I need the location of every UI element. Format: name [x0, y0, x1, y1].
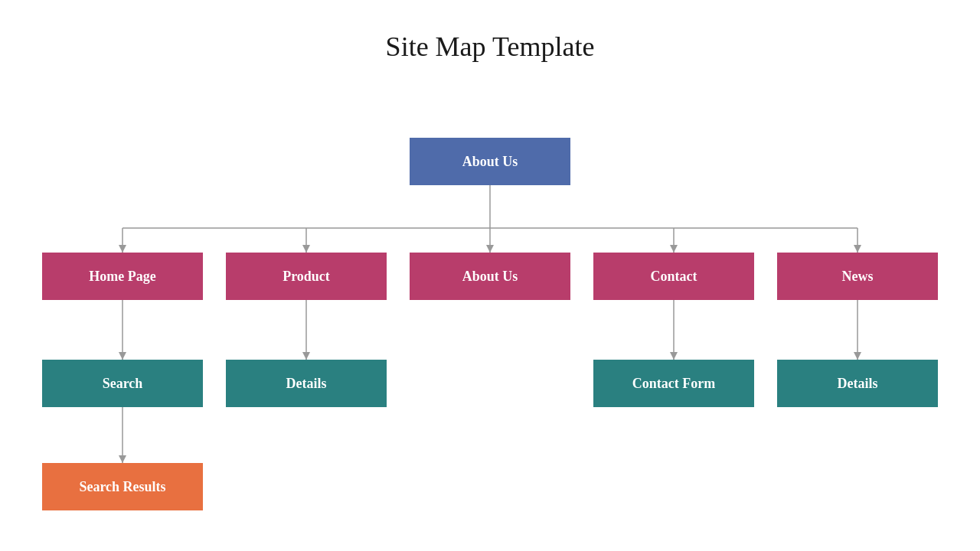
svg-marker-17 [670, 352, 678, 360]
node-contact-form: Contact Form [593, 360, 754, 407]
node-contact: Contact [593, 253, 754, 300]
node-root: About Us [410, 138, 570, 185]
page-title: Site Map Template [0, 0, 980, 70]
svg-marker-11 [854, 245, 861, 253]
svg-marker-19 [854, 352, 861, 360]
node-about-us: About Us [410, 253, 570, 300]
diagram-area: About Us Home Page Product About Us Cont… [0, 99, 980, 536]
diagram: About Us Home Page Product About Us Cont… [0, 99, 980, 536]
node-search-results: Search Results [42, 463, 203, 510]
node-search: Search [42, 360, 203, 407]
svg-marker-8 [302, 245, 310, 253]
svg-marker-15 [302, 352, 310, 360]
node-home-page: Home Page [42, 253, 203, 300]
svg-marker-7 [119, 245, 126, 253]
node-details-2: Details [777, 360, 938, 407]
node-product: Product [226, 253, 387, 300]
svg-marker-10 [670, 245, 678, 253]
svg-marker-9 [486, 245, 494, 253]
svg-marker-21 [119, 455, 126, 463]
node-news: News [777, 253, 938, 300]
svg-marker-13 [119, 352, 126, 360]
node-details-1: Details [226, 360, 387, 407]
